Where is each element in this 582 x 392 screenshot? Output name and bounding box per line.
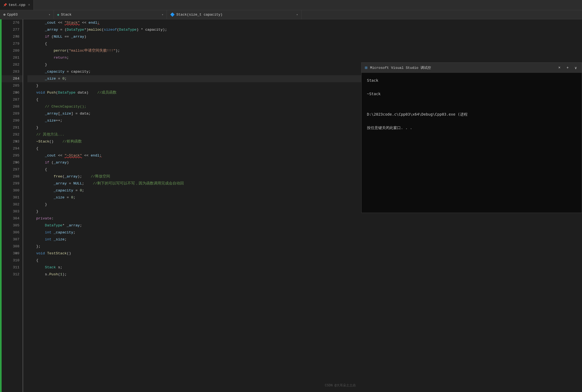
- code-token: "Stack": [65, 19, 80, 26]
- line-number-294: 294: [2, 145, 23, 152]
- code-token: ) * capacity);: [136, 26, 167, 33]
- line-number-277: 277: [2, 26, 23, 33]
- console-line-1: ~Stack: [367, 91, 576, 97]
- code-token: (: [67, 47, 69, 54]
- code-line-305[interactable]: DataType* _array;: [27, 222, 582, 229]
- code-token: [27, 96, 36, 103]
- code-token: = (: [58, 26, 66, 33]
- code-line-304[interactable]: private:: [27, 215, 582, 222]
- code-token: [27, 250, 36, 257]
- fold-icon-286[interactable]: ⊟: [16, 89, 17, 96]
- line-number-284: 284: [2, 75, 23, 82]
- code-token: =: [56, 75, 62, 82]
- code-token: ;: [67, 54, 69, 61]
- code-token: [: [58, 110, 60, 117]
- code-token: 0: [80, 187, 82, 194]
- code-token: s.: [45, 271, 49, 278]
- line-number-288: 288: [2, 103, 23, 110]
- line-number-307: 307: [2, 236, 23, 243]
- code-line-312[interactable]: s.Push(1);: [27, 271, 582, 278]
- fold-icon-278[interactable]: ⊟: [16, 33, 17, 40]
- line-number-289: 289: [2, 110, 23, 117]
- console-body: Stack~StackD:\2023code.c\Cpp03\x64\Debug…: [362, 73, 582, 213]
- code-token: Stack: [45, 264, 56, 271]
- code-token: ;: [99, 152, 101, 159]
- code-token: <<: [56, 19, 64, 26]
- code-token: endl: [91, 152, 99, 159]
- line-number-309: 309⊟: [2, 250, 23, 257]
- toolbar-namespace[interactable]: ⊕ Cpp03 ▾: [0, 10, 54, 19]
- code-token: DataType: [45, 222, 62, 229]
- toolbar-method[interactable]: 🔷 Stack(size_t capacity) ▾: [167, 10, 301, 19]
- console-add-btn[interactable]: +: [565, 65, 570, 70]
- code-token: (: [49, 33, 54, 40]
- fold-icon-293[interactable]: ⊟: [16, 138, 17, 145]
- code-token: (: [56, 89, 58, 96]
- code-token: 1: [60, 271, 62, 278]
- code-token: *): [84, 26, 89, 33]
- namespace-label: Cpp03: [7, 13, 17, 17]
- code-line-280[interactable]: perror("malloc申请空间失败!!!");: [27, 47, 582, 54]
- code-line-307[interactable]: int _size;: [27, 236, 582, 243]
- line-number-305: 305: [2, 222, 23, 229]
- code-token: return: [54, 54, 67, 61]
- code-line-276[interactable]: _cout << "Stack" << endl;: [27, 19, 582, 26]
- code-token: sizeof: [104, 26, 117, 33]
- console-close-btn[interactable]: ×: [557, 65, 562, 70]
- code-token: ): [67, 159, 69, 166]
- code-token: (: [101, 26, 104, 33]
- line-number-285: 285: [2, 82, 23, 89]
- code-token: ;: [97, 19, 99, 26]
- line-number-292: 292: [2, 131, 23, 138]
- toolbar-class[interactable]: ◈ Stack ▾: [54, 10, 167, 19]
- fold-icon-309[interactable]: ⊟: [16, 250, 17, 257]
- code-token: [27, 222, 45, 229]
- tab-test-cpp[interactable]: 📌 test.cpp ×: [0, 0, 34, 10]
- code-line-310[interactable]: {: [27, 257, 582, 264]
- code-line-277[interactable]: _array = (DataType*)malloc(sizeof(DataTy…: [27, 26, 582, 33]
- code-token: _size: [54, 194, 65, 201]
- line-number-312: 312: [2, 271, 23, 278]
- line-number-300: 300: [2, 187, 23, 194]
- code-token: }: [45, 61, 47, 68]
- code-token: Push: [49, 271, 58, 278]
- code-line-308[interactable]: };: [27, 243, 582, 250]
- code-token: {: [36, 257, 38, 264]
- code-token: "~Stack": [65, 152, 82, 159]
- console-collapse-btn[interactable]: ∨: [573, 65, 579, 71]
- code-token: NULL: [73, 180, 82, 187]
- code-token: DataType: [67, 26, 84, 33]
- code-token: }: [36, 124, 38, 131]
- code-line-281[interactable]: return;: [27, 54, 582, 61]
- line-number-302: 302: [2, 201, 23, 208]
- code-line-279[interactable]: {: [27, 40, 582, 47]
- namespace-icon: ⊕: [3, 12, 5, 17]
- code-token: (: [62, 173, 65, 180]
- code-token: //成员函数: [97, 89, 117, 96]
- class-label: Stack: [61, 13, 71, 17]
- fold-icon-296[interactable]: ⊟: [16, 159, 17, 166]
- code-token: ;: [65, 236, 67, 243]
- code-token: _array: [45, 26, 58, 33]
- code-token: ++;: [56, 117, 62, 124]
- code-token: ;: [82, 187, 84, 194]
- code-token: [27, 271, 45, 278]
- line-number-282: 282: [2, 61, 23, 68]
- code-token: };: [36, 243, 40, 250]
- line-number-276: 276: [2, 19, 23, 26]
- code-line-309[interactable]: void TestStack(): [27, 250, 582, 257]
- code-line-311[interactable]: Stack s;: [27, 264, 582, 271]
- line-number-278: 278⊟: [2, 33, 23, 40]
- console-panel: ⊞ Microsoft Visual Studio 调试控 × + ∨ Stac…: [361, 62, 582, 213]
- code-line-278[interactable]: if (NULL == _array): [27, 33, 582, 40]
- line-number-303: 303: [2, 208, 23, 215]
- code-token: [27, 124, 36, 131]
- code-token: ;: [80, 222, 82, 229]
- code-token: _capacity: [54, 187, 73, 194]
- line-number-304: 304: [2, 215, 23, 222]
- code-line-306[interactable]: int _capacity;: [27, 229, 582, 236]
- line-number-295: 295: [2, 152, 23, 159]
- code-token: _capacity: [54, 229, 73, 236]
- line-number-281: 281: [2, 54, 23, 61]
- tab-close-icon[interactable]: ×: [28, 3, 30, 7]
